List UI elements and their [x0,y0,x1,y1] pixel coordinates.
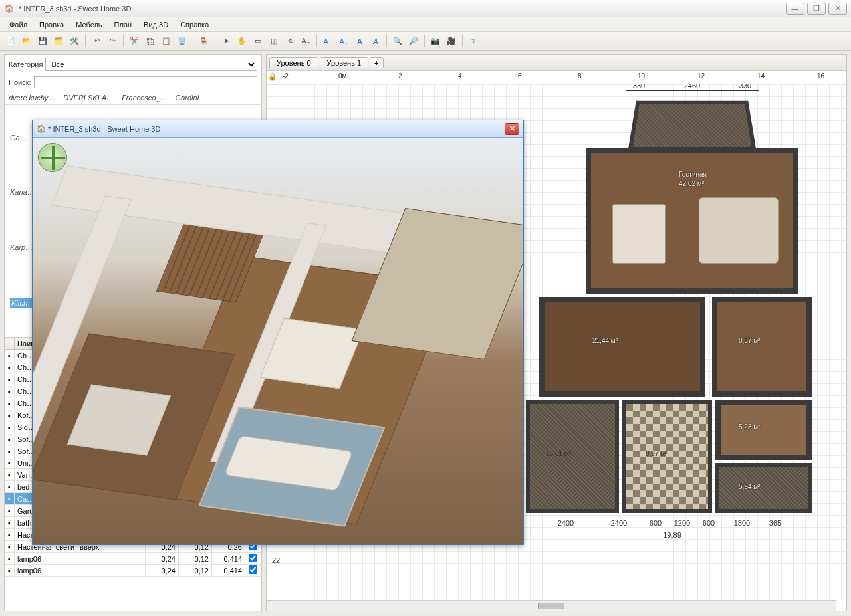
room-hall[interactable] [539,297,705,397]
app-icon: 🏠 [4,3,15,14]
help-icon[interactable]: ? [467,35,480,48]
view3d-title: * INTER_3.sh3d - Sweet Home 3D [48,125,505,133]
toolbar-sep [386,35,387,47]
table-row[interactable]: ▪lamp060,240,120,414 [5,565,261,577]
view3d-window[interactable]: 🏠 * INTER_3.sh3d - Sweet Home 3D ✕ [32,120,524,545]
furn-table[interactable] [612,204,666,264]
ruler-tick: -2 [283,72,289,80]
room-bay[interactable] [628,101,756,152]
view3d-close-button[interactable]: ✕ [505,123,519,135]
menu-plan[interactable]: План [109,19,138,30]
category-select[interactable]: Все [45,58,257,71]
delete-icon[interactable]: 🗑️ [176,35,189,48]
room-area: 16,01 м² [546,450,571,457]
row-icon: ▪ [5,541,15,553]
text-bold-icon[interactable]: A [353,35,366,48]
room-594[interactable] [715,463,812,513]
pan-icon[interactable]: ✋ [235,35,249,48]
photo-icon[interactable]: 📷 [429,35,442,48]
copy-icon[interactable]: ⿻ [144,35,157,48]
row-icon: ▪ [5,493,15,505]
horizontal-scrollbar[interactable] [267,600,836,611]
level-tab-0[interactable]: Уровень 0 [269,57,318,68]
catalog-tab[interactable]: Francesco_… [122,94,167,102]
view3d-canvas[interactable] [33,138,523,544]
window-title: * INTER_3.sh3d - Sweet Home 3D [19,5,786,13]
close-button[interactable]: ✕ [828,3,847,15]
catalog-tab[interactable]: DVERI SKLA… [63,94,114,102]
save-icon[interactable]: 💾 [36,35,49,48]
room-1601[interactable] [526,400,619,513]
menu-file[interactable]: Файл [4,19,33,30]
catalog-tab[interactable]: dvere kuchy… [9,94,55,102]
room-area: 8,97 м² [646,450,667,457]
room-897[interactable] [622,400,712,513]
row-icon: ▪ [5,529,15,541]
catalog-tab[interactable]: Gardini [176,94,199,102]
row-w: 0,24 [146,553,179,565]
main-toolbar: 📄 📂 💾 🗂️ 🛠️ ↶ ↷ ✂️ ⿻ 📋 🗑️ 🪑 ➤ ✋ ▭ ◫ ↯ A₊… [0,32,851,51]
row-visible[interactable] [245,565,261,577]
room-523[interactable] [715,400,812,460]
room-857[interactable] [712,297,812,397]
level-tab-1[interactable]: Уровень 1 [320,57,369,68]
row-icon: ▪ [5,421,15,433]
toolbar-sep [215,35,215,47]
undo-icon[interactable]: ↶ [90,35,103,48]
select-icon[interactable]: ➤ [219,35,233,48]
video-icon[interactable]: 🎥 [445,35,458,48]
menu-edit[interactable]: Правка [34,19,69,30]
maximize-button[interactable]: ❐ [807,3,826,15]
new-icon[interactable]: 📄 [4,35,17,48]
row-icon: ▪ [5,565,15,577]
ruler-tick: 16 [817,72,824,80]
level-tab-add[interactable]: + [370,57,383,68]
row-icon: ▪ [5,409,15,421]
nav-compass-icon[interactable] [38,143,67,172]
row-icon: ▪ [5,397,15,409]
room-label: Гостиная [679,171,707,178]
room-area: 21,44 м² [592,337,618,344]
menu-furniture[interactable]: Мебель [70,19,107,30]
ruler-tick: 0м [338,72,346,80]
text-italic-icon[interactable]: A [369,35,382,48]
dimension: 365 [765,523,785,528]
menu-view3d[interactable]: Вид 3D [138,19,174,30]
saveas-icon[interactable]: 🗂️ [52,35,65,48]
dimension: 330 [626,86,652,91]
row-d: 0,12 [179,565,212,577]
row-icon: ▪ [5,433,15,445]
search-input[interactable] [34,76,257,88]
row-visible[interactable] [245,553,261,565]
wall-icon[interactable]: ▭ [251,35,265,48]
window-titlebar: 🏠 * INTER_3.sh3d - Sweet Home 3D — ❐ ✕ [0,0,851,17]
text-up-icon[interactable]: A↑ [321,35,334,48]
room-icon[interactable]: ◫ [267,35,281,48]
text-down-icon[interactable]: A↓ [337,35,350,48]
row-icon: ▪ [5,385,15,397]
toolbar-sep [193,35,193,47]
toolbar-sep [462,35,463,47]
table-row[interactable]: ▪lamp060,240,120,414 [5,553,261,565]
ruler-tick: 10 [638,72,645,80]
polyline-icon[interactable]: ↯ [283,35,297,48]
view3d-titlebar[interactable]: 🏠 * INTER_3.sh3d - Sweet Home 3D ✕ [33,120,523,138]
ruler-tick: 14 [757,72,765,80]
lock-icon[interactable]: 🔒 [267,71,277,84]
add-furniture-icon[interactable]: 🪑 [197,35,211,48]
prefs-icon[interactable]: 🛠️ [68,35,81,48]
minimize-button[interactable]: — [786,3,804,15]
row-icon: ▪ [5,361,15,373]
zoom-in-icon[interactable]: 🔍 [391,35,404,48]
dimension-icon[interactable]: A₊ [299,35,312,48]
dimension: 330 [732,86,759,91]
redo-icon[interactable]: ↷ [106,35,119,48]
open-icon[interactable]: 📂 [20,35,33,48]
menu-help[interactable]: Справка [175,19,214,30]
zoom-out-icon[interactable]: 🔎 [407,35,420,48]
toolbar-sep [85,35,86,47]
cut-icon[interactable]: ✂️ [128,35,141,48]
furn-sofa[interactable] [699,197,779,264]
row-icon: ▪ [5,445,15,457]
paste-icon[interactable]: 📋 [160,35,173,48]
